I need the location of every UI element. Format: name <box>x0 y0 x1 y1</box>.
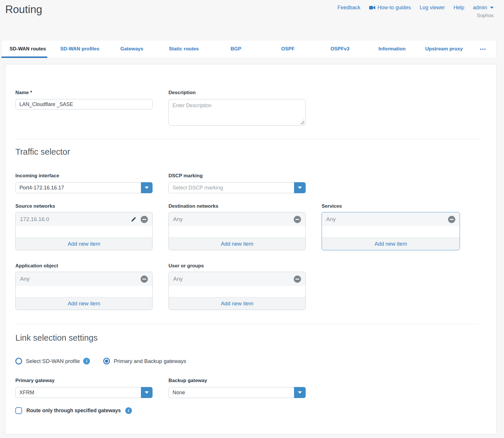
incoming-interface-select[interactable]: Port4-172.16.16.17 <box>15 182 153 193</box>
tab-bar: SD-WAN routes SD-WAN profiles Gateways S… <box>1 40 496 58</box>
radio-label-sd-wan-profile[interactable]: Select SD-WAN profile <box>26 358 80 364</box>
sd-wan-route-form: Name * Description Traffic selector Inco… <box>5 64 496 434</box>
caret-down-icon <box>145 391 149 394</box>
link-selection-heading: Link selection settings <box>15 333 479 343</box>
tab-gateways[interactable]: Gateways <box>106 40 158 58</box>
traffic-selector-heading: Traffic selector <box>15 147 479 157</box>
radio-label-primary-backup-gateways[interactable]: Primary and Backup gateways <box>114 358 186 364</box>
tab-information[interactable]: Information <box>366 40 418 58</box>
services-listbox: Any Add new item <box>322 212 460 250</box>
radio-select-sd-wan-profile[interactable] <box>15 358 22 364</box>
user-or-groups-listbox: Any Add new item <box>168 272 306 310</box>
info-icon[interactable]: i <box>83 358 90 364</box>
source-networks-listbox: 172.16.16.0 Add new item <box>15 212 153 250</box>
incoming-interface-label: Incoming interface <box>15 173 153 179</box>
primary-gateway-select[interactable]: XFRM <box>15 387 153 398</box>
add-new-item-button[interactable]: Add new item <box>322 238 460 250</box>
top-header: Routing Feedback How-to guides Log viewe… <box>0 0 504 40</box>
description-textarea[interactable] <box>168 99 306 126</box>
add-new-item-button[interactable]: Add new item <box>169 238 305 250</box>
list-item: 172.16.16.0 <box>16 212 152 226</box>
destination-networks-listbox: Any Add new item <box>168 212 306 250</box>
list-empty-area <box>322 226 460 238</box>
tab-static-routes[interactable]: Static routes <box>158 40 210 58</box>
name-label: Name * <box>15 90 153 96</box>
howto-guides-link[interactable]: How-to guides <box>369 5 411 11</box>
list-empty-area <box>169 226 305 238</box>
video-camera-icon <box>369 6 375 10</box>
add-new-item-button[interactable]: Add new item <box>16 297 152 310</box>
header-right: Feedback How-to guides Log viewer Help a… <box>338 5 494 19</box>
list-item: Any <box>169 272 305 286</box>
radio-primary-backup-gateways[interactable] <box>103 358 110 364</box>
log-viewer-link[interactable]: Log viewer <box>420 5 445 11</box>
edit-icon[interactable] <box>130 216 137 223</box>
list-empty-area <box>16 226 152 238</box>
section-divider <box>15 324 479 324</box>
primary-gateway-label: Primary gateway <box>15 378 153 384</box>
required-indicator: * <box>30 90 32 95</box>
caret-down-icon <box>298 187 302 189</box>
services-label: Services <box>322 203 460 209</box>
caret-down-icon <box>298 391 302 394</box>
list-empty-area <box>169 286 305 297</box>
destination-networks-label: Destination networks <box>168 203 306 209</box>
caret-down-icon <box>145 187 149 189</box>
list-item: Any <box>169 212 305 226</box>
user-or-groups-label: User or groups <box>168 263 306 269</box>
tab-sd-wan-routes[interactable]: SD-WAN routes <box>2 40 54 58</box>
add-new-item-button[interactable]: Add new item <box>169 297 305 310</box>
route-only-checkbox[interactable] <box>15 407 22 414</box>
backup-gateway-select[interactable]: None <box>168 387 306 398</box>
dropdown-button[interactable] <box>294 387 306 398</box>
info-icon[interactable]: i <box>125 407 132 414</box>
remove-icon[interactable] <box>141 216 148 223</box>
add-new-item-button[interactable]: Add new item <box>16 238 152 250</box>
admin-menu[interactable]: admin <box>473 5 494 11</box>
remove-icon[interactable] <box>141 275 148 283</box>
tab-upstream-proxy[interactable]: Upstream proxy <box>418 40 470 58</box>
help-link[interactable]: Help <box>454 5 464 11</box>
dropdown-button[interactable] <box>141 182 153 193</box>
remove-icon[interactable] <box>448 216 455 223</box>
application-object-label: Application object <box>15 263 153 269</box>
tab-ospf[interactable]: OSPF <box>262 40 314 58</box>
tab-ospfv3[interactable]: OSPFv3 <box>314 40 366 58</box>
tab-bgp[interactable]: BGP <box>210 40 262 58</box>
dropdown-button[interactable] <box>141 387 153 398</box>
list-item: Any <box>16 272 152 286</box>
description-label: Description <box>168 90 306 96</box>
backup-gateway-label: Backup gateway <box>168 378 306 384</box>
application-object-listbox: Any Add new item <box>15 272 153 310</box>
dropdown-button[interactable] <box>294 182 306 193</box>
list-item: Any <box>322 212 460 226</box>
tab-sd-wan-profiles[interactable]: SD-WAN profiles <box>54 40 106 58</box>
org-name: Sophos <box>477 13 494 19</box>
route-only-checkbox-label[interactable]: Route only through specified gateways <box>26 408 121 414</box>
list-empty-area <box>16 286 152 297</box>
feedback-link[interactable]: Feedback <box>338 5 360 11</box>
source-networks-label: Source networks <box>15 203 153 209</box>
name-input[interactable] <box>15 99 153 110</box>
chevron-down-icon <box>490 7 494 9</box>
tab-overflow-menu[interactable]: ••• <box>470 40 496 58</box>
dscp-marking-select[interactable]: Select DSCP marking <box>168 182 306 193</box>
dscp-marking-label: DSCP marking <box>168 173 306 179</box>
remove-icon[interactable] <box>294 216 301 223</box>
section-divider <box>15 139 479 139</box>
remove-icon[interactable] <box>294 275 301 283</box>
